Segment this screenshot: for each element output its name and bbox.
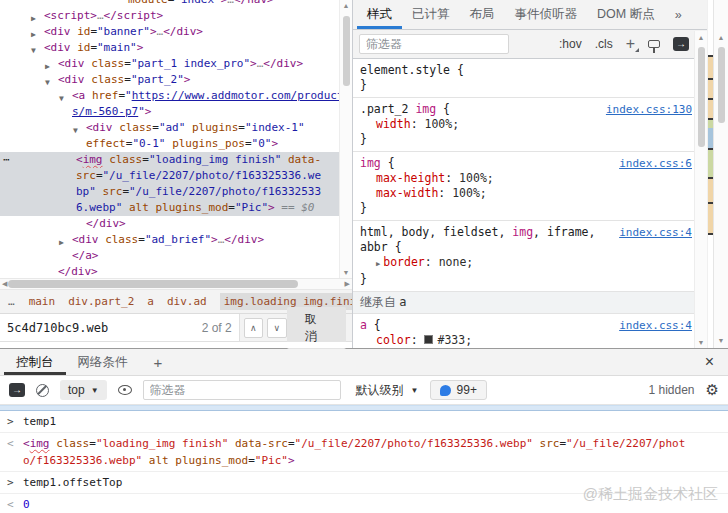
- console-output-entry: <<img class="loading_img finish" data-sr…: [0, 433, 728, 472]
- hscrollbar-thumb[interactable]: [8, 280, 298, 288]
- search-previous-button[interactable]: ∧: [244, 318, 264, 338]
- dom-tree-node[interactable]: effect="0-1" plugins_pos="0">: [0, 136, 352, 152]
- styles-scrollbar[interactable]: ▲ ▼: [694, 31, 707, 348]
- dom-tree-container: module="index">…</nav>▶<script>…</script…: [0, 0, 352, 278]
- tab-DOM 断点[interactable]: DOM 断点: [587, 0, 665, 29]
- tab-已计算[interactable]: 已计算: [402, 0, 460, 29]
- scroll-right-icon[interactable]: ▶: [345, 280, 350, 288]
- tab-布局[interactable]: 布局: [460, 0, 505, 29]
- console-sidebar-icon[interactable]: →: [9, 383, 25, 397]
- console-chevron-icon: >: [7, 474, 23, 491]
- context-label: top: [68, 383, 85, 397]
- styles-filter-input[interactable]: [359, 34, 509, 54]
- color-swatch[interactable]: [424, 335, 433, 344]
- breadcrumb-overflow-left[interactable]: …: [8, 295, 16, 308]
- dom-tree-node[interactable]: s/m-560-p7">: [0, 104, 352, 120]
- css-source-link[interactable]: index.css:4: [619, 318, 692, 333]
- scroll-down-icon[interactable]: ▼: [714, 337, 728, 344]
- scrollbar-thumb[interactable]: [718, 47, 725, 123]
- dom-tree-scrollbar[interactable]: ▲ ▼: [339, 0, 352, 278]
- chevron-down-icon: ▼: [91, 386, 99, 395]
- issues-badge[interactable]: 99+: [430, 380, 487, 400]
- search-next-button[interactable]: ∨: [267, 318, 287, 338]
- css-property[interactable]: ▶border: none;: [360, 255, 692, 272]
- live-expression-eye-icon[interactable]: [118, 385, 132, 395]
- scrollbar-thumb[interactable]: [698, 47, 705, 147]
- dom-tree-node[interactable]: ▶<div class="ad_brief">…</div>: [0, 232, 352, 248]
- css-source-link[interactable]: index.css:4: [619, 225, 692, 240]
- breadcrumb-item[interactable]: main: [29, 295, 56, 308]
- css-source-link[interactable]: index.css:130: [606, 102, 692, 117]
- elements-panel: module="index">…</nav>▶<script>…</script…: [0, 0, 353, 348]
- console-chevron-icon: <: [7, 435, 23, 469]
- elements-search-bar: 5c4d710bc9.web 2 of 2 ∧ ∨ 取消: [0, 314, 352, 342]
- css-rule[interactable]: index.css:4a {color: #333;▶text-decorati…: [353, 314, 694, 348]
- scroll-down-icon[interactable]: ▼: [695, 339, 707, 346]
- console-toolbar: → top ▼ 默认级别 ▼ 99+ 1 hidden ⚙: [0, 376, 728, 405]
- toggle-pseudo-state-button[interactable]: :hov: [559, 37, 582, 51]
- dom-tree-node[interactable]: </div>: [0, 264, 352, 278]
- search-match-count: 2 of 2: [202, 321, 232, 335]
- console-filter-input[interactable]: [143, 380, 341, 400]
- scroll-up-icon[interactable]: ▲: [695, 34, 707, 41]
- dom-tree-node[interactable]: ▼<a href="https://www.addmotor.com/produ…: [0, 88, 352, 104]
- css-property[interactable]: max-width: 100%;: [360, 186, 692, 201]
- close-devtools-icon[interactable]: ×: [695, 349, 724, 375]
- css-rule[interactable]: index.css:130.part_2 img {width: 100%;}: [353, 98, 694, 152]
- css-property[interactable]: color: #333;: [360, 333, 692, 348]
- dom-tree-node[interactable]: ▶<div class="part_1 index_pro">…</div>: [0, 56, 352, 72]
- dom-tree-node[interactable]: ▼<div class="part_2">: [0, 72, 352, 88]
- tab-控制台[interactable]: 控制台: [4, 349, 66, 375]
- scroll-up-icon[interactable]: ▲: [714, 34, 728, 41]
- breadcrumb-item[interactable]: a: [147, 295, 154, 308]
- console-drawer: 控制台网络条件+× → top ▼ 默认级别 ▼ 99+ 1 hidden ⚙ …: [0, 349, 728, 512]
- new-style-rule-button[interactable]: +: [626, 37, 635, 51]
- log-level-selector[interactable]: 默认级别 ▼: [356, 382, 419, 399]
- tab-事件侦听器[interactable]: 事件侦听器: [505, 0, 588, 29]
- clear-console-icon[interactable]: [36, 384, 49, 397]
- css-rule[interactable]: index.css:6img {max-height: 100%;max-wid…: [353, 152, 694, 221]
- console-input-entry: >temp1: [0, 411, 728, 433]
- dom-tree-node[interactable]: </a>: [0, 248, 352, 264]
- dom-tree-node[interactable]: ⋯<img class="loading_img finish" data-: [0, 152, 352, 168]
- dom-tree-node[interactable]: 6.webp" alt plugins_mod="Pic"> == $0: [0, 200, 352, 216]
- search-query: 5c4d710bc9.web: [7, 321, 108, 335]
- window-scrollbar[interactable]: ▲ ▼: [713, 0, 728, 348]
- styles-panel: 样式已计算布局事件侦听器DOM 断点» :hov .cls + → elemen…: [353, 0, 707, 348]
- dom-tree-hscrollbar[interactable]: ◀ ▶: [0, 278, 352, 290]
- css-rule[interactable]: element.style {}: [353, 59, 694, 98]
- style-rules: element.style {}index.css:130.part_2 img…: [353, 59, 707, 348]
- node-menu-dots-icon[interactable]: ⋯: [3, 152, 11, 168]
- dom-tree-node[interactable]: bp" src="/u_file/2207/photo/f16332533: [0, 184, 352, 200]
- add-tab-button[interactable]: +: [140, 349, 177, 375]
- css-property[interactable]: max-height: 100%;: [360, 171, 692, 186]
- execution-context-selector[interactable]: top ▼: [60, 380, 107, 400]
- breadcrumb-item[interactable]: div.part_2: [68, 295, 134, 308]
- tab-网络条件[interactable]: 网络条件: [66, 349, 140, 375]
- paint-brush-icon[interactable]: [648, 40, 660, 48]
- tab-»[interactable]: »: [665, 0, 692, 29]
- scroll-left-icon[interactable]: ◀: [2, 280, 7, 288]
- css-source-link[interactable]: index.css:6: [619, 156, 692, 171]
- scroll-up-icon[interactable]: ▲: [340, 2, 352, 9]
- gear-icon[interactable]: ⚙: [706, 381, 719, 399]
- issues-count: 99+: [457, 383, 477, 397]
- dom-tree-node[interactable]: ▼<div class="ad" plugins="index-1": [0, 120, 352, 136]
- dom-tree-node[interactable]: ▶<script>…</script>: [0, 8, 352, 24]
- search-input[interactable]: 5c4d710bc9.web 2 of 2: [0, 314, 240, 341]
- console-tab-bar: 控制台网络条件+×: [0, 349, 728, 376]
- scrollbar-thumb[interactable]: [343, 16, 350, 86]
- dom-tree-node[interactable]: module="index">…</nav>: [0, 0, 352, 8]
- console-messages: >temp1<<img class="loading_img finish" d…: [0, 411, 728, 512]
- dom-tree-node[interactable]: </div>: [0, 216, 352, 232]
- tab-样式[interactable]: 样式: [357, 0, 402, 29]
- dom-tree-node[interactable]: ▶<div id="banner">…</div>: [0, 24, 352, 40]
- dom-tree-node[interactable]: src="/u_file/2207/photo/f163325336.we: [0, 168, 352, 184]
- dom-tree-node[interactable]: ▼<div id="main">: [0, 40, 352, 56]
- breadcrumb-item[interactable]: div.ad: [167, 295, 207, 308]
- css-rule[interactable]: index.css:4html, body, fieldset, img, if…: [353, 221, 694, 292]
- scroll-down-icon[interactable]: ▼: [340, 269, 352, 276]
- css-property[interactable]: width: 100%;: [360, 117, 692, 132]
- panel-toggle-icon[interactable]: →: [673, 37, 689, 51]
- toggle-element-classes-button[interactable]: .cls: [595, 37, 613, 51]
